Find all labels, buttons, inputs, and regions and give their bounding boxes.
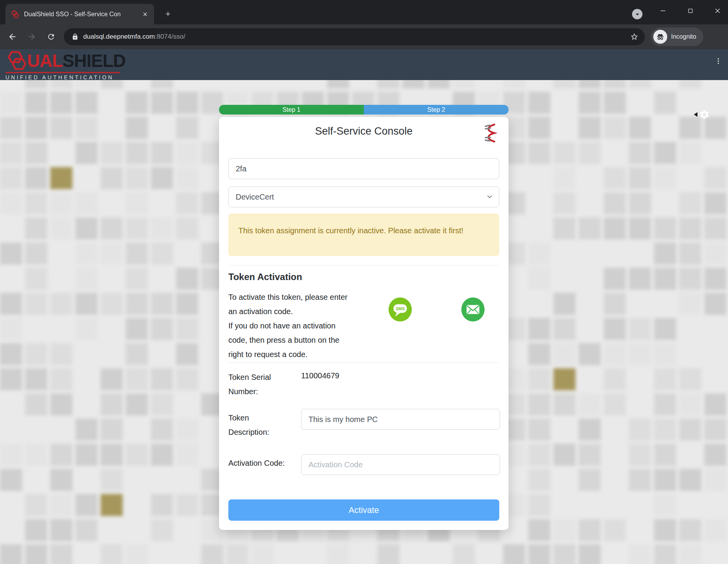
token-activation-heading: Token Activation [228, 272, 302, 282]
tab-close-icon[interactable] [140, 9, 150, 19]
brand-tagline: UNIFIED AUTHENTICATION [5, 74, 125, 80]
incognito-icon [653, 30, 667, 44]
window-maximize-button[interactable] [678, 0, 703, 22]
dna-helix-icon [482, 123, 499, 143]
url-text: dualsql.deepnetmfa.com:8074/sso/ [83, 33, 630, 41]
settings-button[interactable] [694, 109, 710, 120]
self-service-card: Self-Service Console DeviceCert This tok… [219, 117, 509, 530]
request-code-email-button[interactable] [461, 297, 485, 322]
collapse-arrow-icon [694, 112, 697, 117]
serial-number-label: Token Serial Number: [228, 370, 286, 399]
window-minimize-button[interactable] [651, 0, 675, 22]
reload-button[interactable] [43, 29, 59, 44]
activation-instructions: To activate this token, please enter an … [228, 290, 356, 362]
token-description-input[interactable] [301, 409, 500, 430]
window-close-button[interactable] [705, 0, 728, 22]
request-code-sms-button[interactable]: SMS [388, 297, 412, 322]
brand-dual: UAL [27, 51, 63, 71]
gear-icon [699, 109, 710, 120]
incognito-badge[interactable]: Incognito [651, 27, 703, 46]
step-1-segment: Step 1 [219, 105, 364, 115]
brand-rule [5, 72, 120, 73]
dualshield-favicon-icon [11, 10, 20, 19]
brand-shield: SHIELD [63, 51, 126, 71]
app-header: UALSHIELD UNIFIED AUTHENTICATION [0, 49, 728, 80]
browser-toolbar: dualsql.deepnetmfa.com:8074/sso/ Incogni… [0, 24, 728, 49]
dualshield-logo-mark-icon [5, 50, 29, 72]
tab-title: DualShield SSO - Self-Service Con [24, 11, 140, 18]
activation-code-input[interactable] [301, 454, 500, 475]
step-2-segment: Step 2 [364, 105, 509, 115]
lock-icon[interactable] [72, 33, 79, 40]
dualshield-logo: UALSHIELD UNIFIED AUTHENTICATION [5, 50, 125, 80]
username-input[interactable] [228, 158, 499, 179]
tab-search-button[interactable] [632, 9, 642, 19]
serial-number-value: 110004679 [301, 371, 339, 380]
token-select[interactable]: DeviceCert [228, 186, 499, 207]
browser-menu-button[interactable] [711, 53, 725, 69]
bookmark-star-icon[interactable] [630, 32, 639, 41]
sms-icon-label: SMS [396, 306, 404, 311]
incognito-label: Incognito [671, 33, 696, 40]
back-button[interactable] [5, 29, 20, 44]
browser-tab-strip: DualShield SSO - Self-Service Con [0, 0, 728, 24]
divider [228, 362, 499, 363]
new-tab-button[interactable] [161, 7, 175, 21]
inactive-token-alert: This token assignment is currently inact… [228, 214, 499, 256]
step-progress: Step 1 Step 2 [219, 105, 509, 115]
divider [228, 265, 499, 266]
forward-button[interactable] [24, 29, 39, 44]
description-label: Token Description: [228, 411, 286, 439]
activation-code-label: Activation Code: [228, 456, 286, 470]
card-title: Self-Service Console [219, 125, 509, 137]
activate-button[interactable]: Activate [228, 499, 499, 521]
url-bar[interactable]: dualsql.deepnetmfa.com:8074/sso/ [64, 28, 645, 45]
browser-tab[interactable]: DualShield SSO - Self-Service Con [5, 4, 154, 24]
